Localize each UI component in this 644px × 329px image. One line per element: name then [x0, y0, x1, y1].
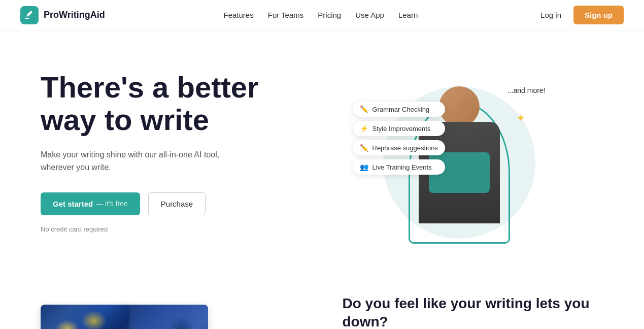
svg-rect-0 — [25, 18, 29, 19]
chip-grammar: ✏️ Grammar Checking — [353, 102, 445, 117]
cta-free-tag: — it's free — [96, 200, 128, 208]
brand-name-text: ProWritingAid — [44, 10, 105, 20]
feature-chips: ✏️ Grammar Checking ⚡ Style Improvements… — [353, 102, 445, 175]
hero-section: There's a better way to write Make your … — [0, 30, 644, 274]
nav-for-teams[interactable]: For Teams — [268, 11, 304, 19]
brand-logo-link[interactable]: ProWritingAid — [20, 6, 105, 24]
section-two: My idea in my head Do you feel like your… — [0, 274, 644, 329]
nav-actions: Log in Sign up — [536, 6, 624, 24]
section-two-left: My idea in my head — [41, 284, 302, 329]
navbar: ProWritingAid Features For Teams Pricing… — [0, 0, 644, 30]
hero-image-container: ...and more! ✦ ✏️ Grammar Checking ⚡ Sty… — [363, 71, 556, 244]
painting-main — [41, 305, 129, 329]
hero-title: There's a better way to write — [41, 71, 315, 136]
login-button[interactable]: Log in — [536, 9, 565, 21]
hero-left: There's a better way to write Make your … — [41, 61, 315, 233]
chip-training: 👥 Live Training Events — [353, 159, 445, 175]
chip-style: ⚡ Style Improvements — [353, 121, 445, 136]
brand-logo-icon — [20, 6, 39, 24]
hero-buttons: Get started — it's free Purchase — [41, 192, 315, 215]
section-two-right: Do you feel like your writing lets you d… — [343, 284, 604, 329]
grammar-icon: ✏️ — [360, 105, 368, 113]
nav-learn[interactable]: Learn — [398, 11, 418, 19]
nav-features[interactable]: Features — [224, 11, 254, 19]
cta-label: Get started — [53, 200, 93, 208]
painting-overlay: My idea in my head — [119, 305, 208, 329]
sparkle-icon: ✦ — [516, 112, 525, 125]
rephrase-icon: ✏️ — [360, 144, 368, 152]
more-bubble: ...and more! — [507, 86, 546, 94]
hero-right: ...and more! ✦ ✏️ Grammar Checking ⚡ Sty… — [315, 61, 603, 254]
get-started-button[interactable]: Get started — it's free — [41, 192, 140, 215]
hero-subtitle: Make your writing shine with our all-in-… — [41, 148, 233, 174]
no-credit-text: No credit card required — [41, 225, 315, 233]
chip-rephrase: ✏️ Rephrase suggestions — [353, 140, 445, 155]
style-icon: ⚡ — [360, 124, 368, 133]
nav-links: Features For Teams Pricing Use App Learn — [224, 11, 418, 19]
signup-button[interactable]: Sign up — [573, 6, 624, 24]
training-icon: 👥 — [360, 163, 368, 171]
section-two-title: Do you feel like your writing lets you d… — [343, 294, 604, 329]
nav-use-app[interactable]: Use App — [355, 11, 384, 19]
purchase-button[interactable]: Purchase — [148, 192, 206, 215]
nav-pricing[interactable]: Pricing — [318, 11, 341, 19]
